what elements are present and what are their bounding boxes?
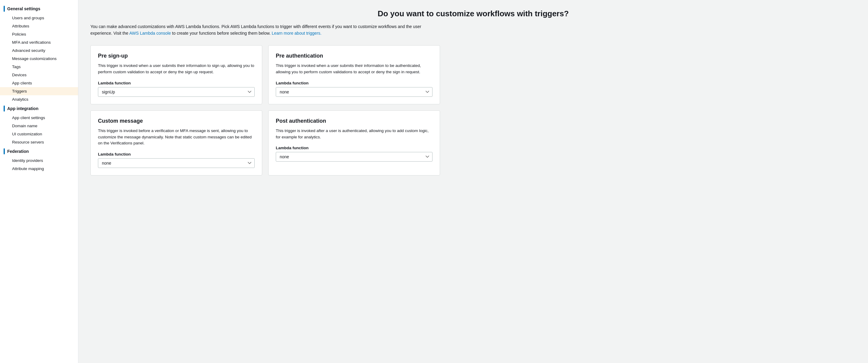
sidebar-item-analytics[interactable]: Analytics	[0, 95, 78, 103]
trigger-card-pre-signup: Pre sign-up This trigger is invoked when…	[90, 45, 262, 104]
lambda-select-pre-signup[interactable]: signUp none	[98, 87, 255, 97]
lambda-label-pre-authentication: Lambda function	[276, 81, 433, 85]
lambda-label-post-authentication: Lambda function	[276, 146, 433, 150]
lambda-label-custom-message: Lambda function	[98, 152, 255, 156]
blue-bar-indicator	[4, 6, 5, 12]
trigger-card-custom-message: Custom message This trigger is invoked b…	[90, 110, 262, 176]
desc-text-2: to create your functions before selectin…	[171, 31, 272, 36]
sidebar-item-attributes[interactable]: Attributes	[0, 22, 78, 30]
lambda-console-link[interactable]: AWS Lambda console	[129, 31, 171, 36]
lambda-select-custom-message[interactable]: none	[98, 158, 255, 168]
sidebar-section-app-integration[interactable]: App integration	[0, 103, 78, 114]
sidebar-item-triggers[interactable]: Triggers	[0, 87, 78, 95]
lambda-select-pre-authentication[interactable]: none	[276, 87, 433, 97]
trigger-desc-pre-signup: This trigger is invoked when a user subm…	[98, 63, 255, 75]
sidebar-item-devices[interactable]: Devices	[0, 71, 78, 79]
triggers-grid: Pre sign-up This trigger is invoked when…	[90, 45, 440, 176]
lambda-label-pre-signup: Lambda function	[98, 81, 255, 85]
sidebar-item-tags[interactable]: Tags	[0, 63, 78, 71]
sidebar-section-label-app: App integration	[7, 106, 38, 111]
trigger-desc-custom-message: This trigger is invoked before a verific…	[98, 128, 255, 147]
trigger-title-post-authentication: Post authentication	[276, 118, 433, 124]
sidebar-section-label: General settings	[7, 6, 40, 11]
sidebar-section-federation[interactable]: Federation	[0, 146, 78, 156]
sidebar-item-ui-customization[interactable]: UI customization	[0, 130, 78, 138]
learn-more-link[interactable]: Learn more about triggers.	[272, 31, 321, 36]
sidebar-section-general-settings[interactable]: General settings	[0, 4, 78, 14]
blue-bar-indicator-app	[4, 105, 5, 112]
trigger-card-post-authentication: Post authentication This trigger is invo…	[268, 110, 440, 176]
lambda-select-post-authentication[interactable]: none	[276, 152, 433, 161]
sidebar-item-domain-name[interactable]: Domain name	[0, 122, 78, 130]
page-description: You can make advanced customizations wit…	[90, 23, 440, 37]
sidebar-item-identity-providers[interactable]: Identity providers	[0, 156, 78, 164]
sidebar-item-message-customizations[interactable]: Message customizations	[0, 55, 78, 63]
blue-bar-indicator-federation	[4, 148, 5, 154]
trigger-card-pre-authentication: Pre authentication This trigger is invok…	[268, 45, 440, 104]
trigger-title-custom-message: Custom message	[98, 118, 255, 124]
sidebar-item-attribute-mapping[interactable]: Attribute mapping	[0, 164, 78, 173]
trigger-title-pre-authentication: Pre authentication	[276, 53, 433, 59]
sidebar-item-app-client-settings[interactable]: App client settings	[0, 114, 78, 122]
main-content: Do you want to customize workflows with …	[79, 0, 868, 363]
sidebar: General settings Users and groups Attrib…	[0, 0, 79, 363]
sidebar-item-users-and-groups[interactable]: Users and groups	[0, 14, 78, 22]
sidebar-item-resource-servers[interactable]: Resource servers	[0, 138, 78, 146]
trigger-desc-post-authentication: This trigger is invoked after a user is …	[276, 128, 433, 141]
page-title: Do you want to customize workflows with …	[90, 9, 856, 19]
sidebar-section-label-federation: Federation	[7, 149, 29, 154]
sidebar-item-mfa-and-verifications[interactable]: MFA and verifications	[0, 38, 78, 47]
sidebar-item-policies[interactable]: Policies	[0, 30, 78, 38]
sidebar-item-advanced-security[interactable]: Advanced security	[0, 47, 78, 55]
sidebar-item-app-clients[interactable]: App clients	[0, 79, 78, 87]
trigger-title-pre-signup: Pre sign-up	[98, 53, 255, 59]
trigger-desc-pre-authentication: This trigger is invoked when a user subm…	[276, 63, 433, 75]
